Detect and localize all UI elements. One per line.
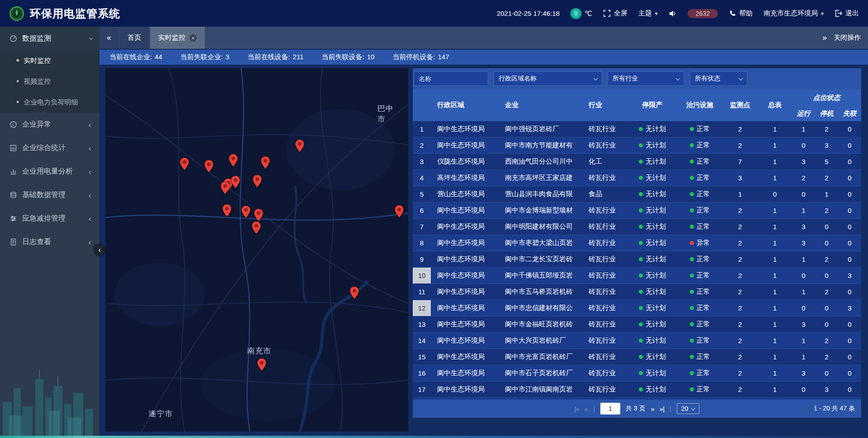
map-pin-icon[interactable] (295, 140, 305, 153)
next-page-button[interactable]: » (651, 405, 654, 413)
map-pin-icon[interactable] (252, 175, 262, 188)
row-facility-status: 正常 (677, 154, 722, 170)
tab-realtime-monitor[interactable]: 实时监控 × (150, 27, 205, 49)
sidebar-collapse-button[interactable]: ‹ (94, 244, 105, 256)
map-pin-icon[interactable] (228, 154, 238, 167)
status-dot-icon (639, 143, 643, 147)
map-pin-icon[interactable] (251, 221, 261, 235)
org-dropdown[interactable]: 南充市生态环境局 ▾ (764, 9, 824, 18)
sidebar-item-company-statistics[interactable]: 企业综合统计 ‹ (0, 136, 99, 160)
help-button[interactable]: 帮助 (729, 9, 753, 18)
page-size-select[interactable]: 20 (677, 403, 700, 414)
sidebar-item-log-view[interactable]: 日志查看 ‹ (0, 230, 99, 254)
alarm-count-badge[interactable]: 2632 (688, 9, 718, 18)
table-row[interactable]: 4 高坪生态环境局 南充市高坪区王家店建 砖瓦行业 无计划 正常 3 1 2 2… (413, 170, 861, 186)
map-pin-icon[interactable] (349, 286, 359, 299)
sidebar-item-base-data[interactable]: 基础数据管理 ‹ (0, 183, 99, 207)
sidebar-item-data-monitoring[interactable]: 数据监测 ‹ (0, 27, 99, 50)
map-pin-icon[interactable] (241, 205, 251, 218)
row-region: 阆中生态环境局 (431, 284, 499, 300)
tab-scroll-left-button[interactable]: « (99, 27, 118, 49)
col-lost: 失联 (838, 106, 861, 121)
map-pin-icon[interactable] (394, 205, 404, 218)
fullscreen-button[interactable]: 全屏 (603, 9, 627, 18)
tab-home[interactable]: 首页 (119, 27, 149, 49)
close-tab-icon[interactable]: × (189, 34, 197, 42)
last-page-button[interactable]: »| (660, 405, 664, 413)
industry-select[interactable]: 所有行业 (608, 71, 684, 86)
row-region: 阆中生态环境局 (431, 381, 499, 397)
sound-button[interactable] (669, 9, 677, 18)
row-index: 15 (413, 349, 431, 365)
table-row[interactable]: 1 阆中生态环境局 阆中强锐页岩砖厂 砖瓦行业 无计划 正常 2 1 1 2 0 (413, 121, 861, 137)
map-pin-icon[interactable] (231, 175, 241, 188)
chevron-left-icon: ‹ (89, 167, 91, 176)
row-points: 2 (722, 268, 758, 283)
main-area: « 首页 实时监控 × » 关闭操作 当前在线企业:44 当前失联企业:3 当前… (99, 27, 868, 438)
table-row[interactable]: 7 阆中生态环境局 阆中明阳建材有限公司 砖瓦行业 无计划 正常 2 1 3 0… (413, 219, 861, 235)
table-row[interactable]: 12 阆中生态环境局 阆中市忠信建材有限公 砖瓦行业 无计划 正常 2 1 0 … (413, 300, 861, 316)
row-region: 阆中生态环境局 (431, 300, 499, 316)
table-row[interactable]: 13 阆中生态环境局 阆中市金福旺页岩机砖 砖瓦行业 无计划 正常 2 1 3 … (413, 316, 861, 333)
filter-row: 行政区域名称 所有行业 所有状态 (413, 68, 861, 89)
map-pin-icon[interactable] (222, 204, 232, 217)
table-row[interactable]: 2 阆中生态环境局 阆中市南方节能建材有 砖瓦行业 无计划 正常 2 1 0 3… (413, 137, 861, 154)
table-row[interactable]: 16 阆中生态环境局 阆中市石子页岩机砖厂 砖瓦行业 无计划 正常 2 1 3 … (413, 365, 861, 381)
sidebar-item-emergency-reduction[interactable]: 应急减排管理 ‹ (0, 207, 99, 230)
row-run-count: 3 (792, 316, 815, 332)
name-search-input[interactable] (414, 71, 488, 86)
first-page-button[interactable]: |« (575, 405, 579, 413)
map-pin-icon[interactable] (254, 208, 264, 221)
map-pin-icon[interactable] (260, 156, 270, 169)
row-meter: 1 (758, 333, 792, 349)
page-number-input[interactable] (600, 403, 620, 414)
table-row[interactable]: 11 阆中生态环境局 阆中市五马桥页岩机砖 砖瓦行业 无计划 正常 2 1 1 … (413, 284, 861, 300)
table-row[interactable]: 9 阆中生态环境局 阆中市二龙长宝页岩砖 砖瓦行业 无计划 正常 2 1 1 2… (413, 251, 861, 268)
table-row[interactable]: 15 阆中生态环境局 阆中市光富页岩机砖厂 砖瓦行业 无计划 正常 2 1 1 … (413, 349, 861, 365)
sidebar-item-power-analysis[interactable]: 企业用电量分析 ‹ (0, 160, 99, 183)
row-industry: 砖瓦行业 (582, 381, 627, 397)
col-meter: 总表 (758, 89, 792, 121)
table-row[interactable]: 5 营山生态环境局 营山县润丰肉食品有限 食品 无计划 正常 1 0 0 1 0 (413, 186, 861, 203)
status-select[interactable]: 所有状态 (690, 71, 747, 86)
logout-button[interactable]: 退出 (835, 9, 859, 18)
col-run: 运行 (792, 106, 815, 121)
speaker-icon (669, 9, 677, 18)
map-pin-icon[interactable] (179, 157, 189, 170)
map-pin-icon[interactable] (257, 358, 267, 372)
map-pin-icon[interactable] (204, 160, 214, 173)
table-row[interactable]: 17 阆中生态环境局 阆中市江南镇阆南页岩 砖瓦行业 无计划 正常 2 1 0 … (413, 381, 861, 398)
prev-page-button[interactable]: « (585, 405, 588, 413)
status-dot-icon (690, 290, 694, 294)
row-index: 6 (413, 203, 431, 218)
row-index: 10 (413, 268, 431, 283)
row-company: 西南油气田分公司川中 (499, 154, 582, 170)
table-row[interactable]: 3 仪陇生态环境局 西南油气田分公司川中 化工 无计划 正常 7 1 3 5 0 (413, 154, 861, 170)
row-index: 1 (413, 121, 431, 137)
map-pin-icon[interactable] (220, 181, 230, 194)
theme-dropdown[interactable]: 主题 ▾ (638, 9, 658, 18)
row-meter: 1 (758, 251, 792, 267)
sidebar-item-video-monitor[interactable]: • 视频监控 (0, 71, 99, 92)
map-panel[interactable]: 巴中市南充市遂宁市 (105, 68, 408, 432)
close-operations-dropdown[interactable]: 关闭操作 (834, 33, 861, 42)
status-dot-icon (639, 208, 643, 212)
status-dot-icon (690, 355, 694, 359)
region-select[interactable]: 行政区域名称 (494, 71, 602, 86)
tab-scroll-right-button[interactable]: » (822, 33, 826, 42)
row-lost-count: 0 (838, 365, 861, 381)
col-facility: 治污设施 (677, 89, 722, 121)
bullet-icon: • (16, 98, 19, 106)
sidebar-item-company-abnormal[interactable]: 企业异常 ‹ (0, 113, 99, 136)
row-index: 11 (413, 284, 431, 300)
status-dot-icon (690, 225, 694, 229)
row-facility-status: 正常 (677, 219, 722, 235)
row-meter: 1 (758, 154, 792, 170)
table-row[interactable]: 8 阆中生态环境局 阆中市枣碧大梁山页岩 砖瓦行业 无计划 异常 2 1 3 0… (413, 235, 861, 251)
sidebar-item-power-load-detail[interactable]: • 企业电力负荷明细 (0, 92, 99, 113)
table-row[interactable]: 14 阆中生态环境局 阆中大兴页岩机砖厂 砖瓦行业 无计划 正常 2 1 1 2… (413, 333, 861, 349)
table-row[interactable]: 10 阆中生态环境局 阆中千佛镇五郎垭页岩 砖瓦行业 无计划 正常 2 1 0 … (413, 268, 861, 284)
sidebar-item-realtime-monitor[interactable]: • 实时监控 (0, 50, 99, 71)
row-stop-count: 5 (815, 154, 838, 170)
table-row[interactable]: 6 阆中生态环境局 阆中市金博瑞新型墙材 砖瓦行业 无计划 正常 2 1 1 2… (413, 203, 861, 219)
